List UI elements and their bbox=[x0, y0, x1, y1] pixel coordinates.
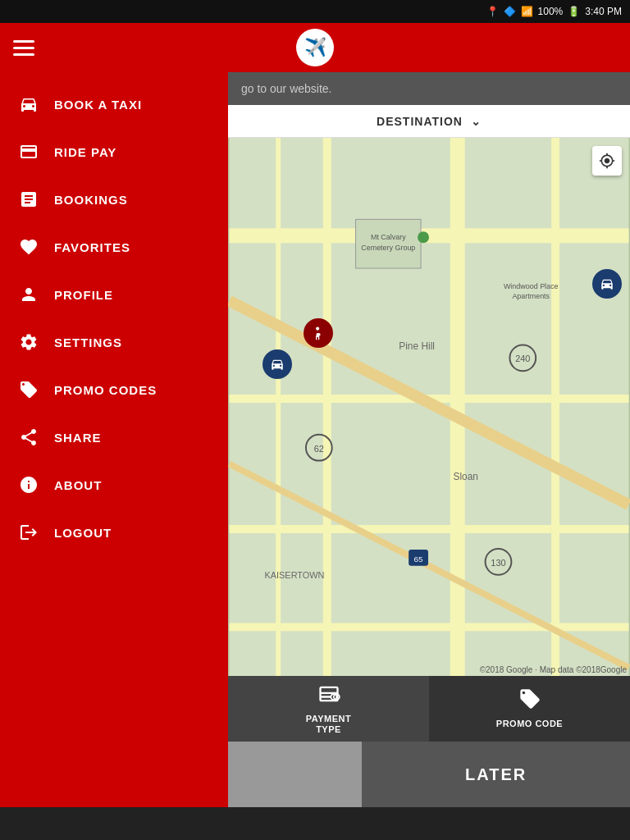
sidebar-item-promo-codes[interactable]: PROMO CODES bbox=[0, 366, 228, 413]
ride-pay-icon bbox=[16, 139, 41, 164]
sidebar-item-favorites[interactable]: FAVORITES bbox=[0, 223, 228, 271]
bottom-buttons-row: PAYMENTTYPE PROMO CODE bbox=[228, 676, 630, 742]
notification-banner: go to our website. bbox=[228, 72, 630, 105]
taxi-marker-1 bbox=[262, 349, 292, 379]
status-bar: 📍 🔷 📶 100% 🔋 3:40 PM bbox=[0, 0, 630, 23]
later-button[interactable]: LATER bbox=[362, 742, 630, 807]
promo-codes-icon bbox=[16, 377, 41, 402]
bottom-panel: PAYMENTTYPE PROMO CODE LATER bbox=[228, 676, 630, 807]
svg-text:Windwood Place: Windwood Place bbox=[504, 282, 559, 290]
map-copyright: ©2018 Google · Map data ©2018Google bbox=[480, 665, 627, 674]
svg-text:65: 65 bbox=[414, 555, 424, 564]
sidebar-label-logout: LOGOUT bbox=[54, 526, 112, 540]
svg-text:130: 130 bbox=[491, 558, 505, 568]
payment-type-label: PAYMENTTYPE bbox=[306, 714, 351, 735]
favorites-icon bbox=[16, 235, 41, 259]
promo-code-button[interactable]: PROMO CODE bbox=[429, 676, 630, 742]
sidebar-label-promo-codes: PROMO CODES bbox=[54, 383, 157, 397]
wifi-icon: 📶 bbox=[521, 6, 533, 17]
sidebar-label-profile: PROFILE bbox=[54, 288, 113, 302]
app-logo: ✈️ bbox=[296, 29, 334, 66]
main-area: BOOK A TAXI RIDE PAY BOOKINGS bbox=[0, 72, 630, 807]
sidebar-label-favorites: FAVORITES bbox=[54, 240, 130, 254]
sidebar-label-bookings: BOOKINGS bbox=[54, 193, 128, 207]
sidebar-item-ride-pay[interactable]: RIDE PAY bbox=[0, 128, 228, 176]
sidebar-item-logout[interactable]: LOGOUT bbox=[0, 509, 228, 556]
share-icon bbox=[16, 425, 41, 450]
promo-code-icon bbox=[518, 687, 541, 715]
map-svg: 62 240 130 65 Pine Hill Sloan KAISERTOWN… bbox=[228, 138, 630, 676]
svg-text:62: 62 bbox=[314, 444, 324, 454]
taxi-marker-2 bbox=[592, 269, 622, 299]
sidebar-item-share[interactable]: SHARE bbox=[0, 413, 228, 461]
svg-text:KAISERTOWN: KAISERTOWN bbox=[264, 570, 324, 580]
hamburger-menu[interactable] bbox=[13, 40, 34, 56]
sidebar-label-share: SHARE bbox=[54, 431, 102, 445]
destination-bar[interactable]: DESTINATION ⌄ bbox=[228, 105, 630, 138]
sidebar-item-about[interactable]: ABOUT bbox=[0, 461, 228, 509]
svg-text:Mt Calvary: Mt Calvary bbox=[371, 233, 406, 241]
sidebar-label-book-taxi: BOOK A TAXI bbox=[54, 98, 142, 112]
svg-text:Cemetery Group: Cemetery Group bbox=[361, 244, 415, 252]
book-taxi-icon bbox=[16, 92, 41, 116]
svg-text:Sloan: Sloan bbox=[454, 471, 478, 482]
sidebar-label-about: ABOUT bbox=[54, 478, 102, 492]
promo-code-label: PROMO CODE bbox=[496, 719, 563, 729]
sidebar-item-bookings[interactable]: BOOKINGS bbox=[0, 176, 228, 223]
svg-point-25 bbox=[418, 231, 429, 243]
bluetooth-icon: 🔷 bbox=[504, 6, 516, 17]
payment-type-button[interactable]: PAYMENTTYPE bbox=[228, 676, 429, 742]
svg-text:Apartments: Apartments bbox=[512, 292, 550, 300]
sidebar: BOOK A TAXI RIDE PAY BOOKINGS bbox=[0, 72, 228, 807]
gps-button[interactable] bbox=[592, 146, 622, 176]
chevron-down-icon: ⌄ bbox=[471, 115, 482, 128]
notification-text: go to our website. bbox=[241, 82, 332, 95]
destination-label: DESTINATION bbox=[377, 115, 463, 128]
time-display: 3:40 PM bbox=[585, 6, 622, 17]
logo-icon: ✈️ bbox=[304, 37, 326, 58]
sidebar-item-profile[interactable]: PROFILE bbox=[0, 271, 228, 318]
bookings-icon bbox=[16, 187, 41, 212]
later-label: LATER bbox=[465, 765, 527, 784]
settings-icon bbox=[16, 330, 41, 354]
sidebar-item-settings[interactable]: SETTINGS bbox=[0, 318, 228, 366]
sidebar-label-settings: SETTINGS bbox=[54, 336, 122, 349]
now-button[interactable] bbox=[228, 742, 362, 807]
header: ✈️ bbox=[0, 23, 630, 72]
battery-level: 100% bbox=[538, 6, 564, 17]
location-icon: 📍 bbox=[486, 6, 499, 17]
person-marker bbox=[304, 318, 333, 348]
svg-text:240: 240 bbox=[515, 354, 530, 363]
sidebar-item-book-taxi[interactable]: BOOK A TAXI bbox=[0, 80, 228, 128]
logout-icon bbox=[16, 520, 41, 545]
svg-text:Pine Hill: Pine Hill bbox=[399, 340, 435, 352]
bottom-action-row: LATER bbox=[228, 742, 630, 807]
payment-type-icon bbox=[317, 682, 340, 710]
sidebar-label-ride-pay: RIDE PAY bbox=[54, 145, 116, 159]
profile-icon bbox=[16, 282, 41, 307]
battery-icon: 🔋 bbox=[568, 6, 580, 17]
about-icon bbox=[16, 472, 41, 497]
map-area: 62 240 130 65 Pine Hill Sloan KAISERTOWN… bbox=[228, 138, 630, 676]
